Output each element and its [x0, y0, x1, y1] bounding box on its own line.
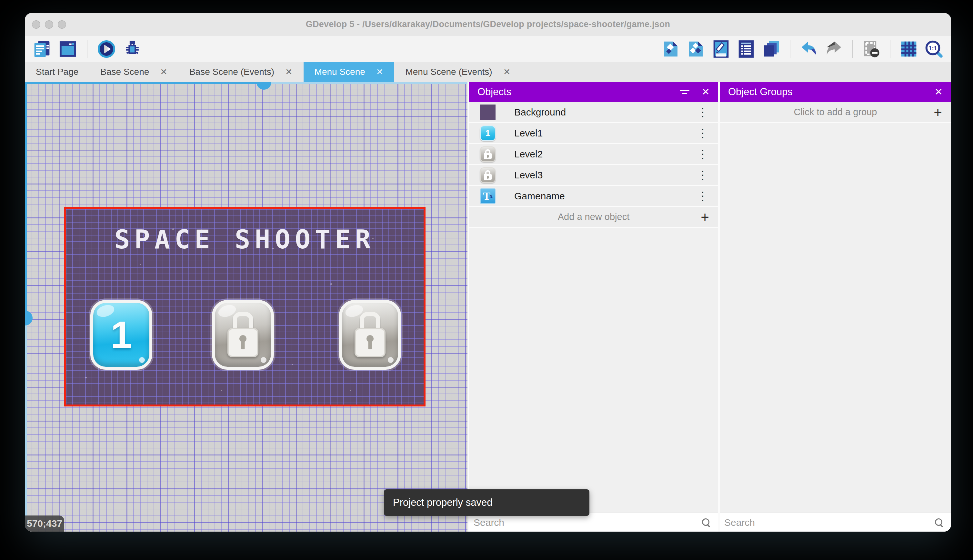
- toolbar-separator: [790, 40, 790, 58]
- horizontal-scrollbar[interactable]: [25, 82, 468, 84]
- tab-base-scene-events[interactable]: Base Scene (Events)✕: [178, 62, 303, 82]
- toggle-grid-icon[interactable]: [900, 40, 918, 58]
- tab-base-scene[interactable]: Base Scene✕: [89, 62, 178, 82]
- objects-panel-empty-area: [469, 228, 718, 513]
- close-tab-icon[interactable]: ✕: [160, 68, 167, 77]
- level3-locked-button-instance[interactable]: [339, 300, 401, 370]
- level2-object-thumbnail: [480, 147, 495, 162]
- titlebar: GDevelop 5 - /Users/dkarakay/Documents/G…: [25, 13, 951, 36]
- close-window-button[interactable]: [32, 20, 40, 29]
- vertical-scrollbar[interactable]: [25, 82, 27, 532]
- kebab-menu-icon[interactable]: ⋮: [697, 127, 708, 139]
- scene-selection-rect[interactable]: SPACE SHOOTER 1: [64, 207, 425, 407]
- zoom-window-button[interactable]: [58, 20, 66, 29]
- search-icon[interactable]: [701, 518, 711, 527]
- redo-icon[interactable]: [825, 40, 843, 58]
- game-title-text-instance[interactable]: SPACE SHOOTER: [66, 225, 423, 255]
- level1-digit: 1: [111, 313, 132, 357]
- svg-text:1:1: 1:1: [928, 45, 937, 52]
- groups-search-row: [720, 513, 951, 532]
- toolbar-separator: [87, 40, 87, 58]
- close-tab-icon[interactable]: ✕: [285, 68, 293, 77]
- instances-list-icon[interactable]: [737, 40, 756, 58]
- layers-icon[interactable]: [762, 40, 781, 58]
- objects-search-input[interactable]: [473, 517, 701, 528]
- object-groups-panel-title: Object Groups: [728, 86, 793, 98]
- level1-object-thumbnail: 1: [480, 125, 495, 141]
- filter-icon[interactable]: [679, 90, 690, 94]
- level2-locked-button-instance[interactable]: [212, 300, 274, 370]
- kebab-menu-icon[interactable]: ⋮: [697, 190, 708, 202]
- objects-panel-title: Objects: [478, 86, 511, 98]
- screen-background: GDevelop 5 - /Users/dkarakay/Documents/G…: [0, 0, 973, 560]
- toolbar: 1:1: [25, 36, 951, 62]
- groups-panel-empty-area: [720, 123, 951, 513]
- main-area: SPACE SHOOTER 1 570;437 Obje: [25, 82, 951, 532]
- properties-icon[interactable]: [712, 40, 730, 58]
- kebab-menu-icon[interactable]: ⋮: [697, 169, 708, 181]
- lock-icon: [227, 312, 259, 358]
- save-toast: Project properly saved: [384, 489, 590, 516]
- add-group-row[interactable]: Click to add a group +: [720, 102, 951, 123]
- object-groups-editor-icon[interactable]: [686, 40, 705, 58]
- gdevelop-window: GDevelop 5 - /Users/dkarakay/Documents/G…: [25, 13, 951, 532]
- debug-icon[interactable]: [123, 40, 142, 58]
- toolbar-right: 1:1: [661, 40, 943, 58]
- toolbar-left: [33, 40, 142, 58]
- zoom-icon[interactable]: 1:1: [925, 40, 943, 58]
- horizontal-scrollbar-thumb[interactable]: [257, 82, 271, 90]
- toolbar-separator: [852, 40, 853, 58]
- object-row-level2[interactable]: Level2 ⋮: [469, 144, 718, 165]
- toggle-mask-icon[interactable]: [862, 40, 881, 58]
- plus-icon[interactable]: +: [934, 105, 942, 119]
- traffic-lights: [32, 13, 66, 36]
- kebab-menu-icon[interactable]: ⋮: [697, 148, 708, 160]
- objects-panel: Objects ✕ Background ⋮ 1 Level1 ⋮: [469, 82, 718, 532]
- object-row-background[interactable]: Background ⋮: [469, 102, 718, 123]
- close-tab-icon[interactable]: ✕: [376, 68, 383, 77]
- kebab-menu-icon[interactable]: ⋮: [697, 107, 708, 118]
- add-new-object-row[interactable]: Add a new object +: [469, 207, 718, 228]
- tab-menu-scene-events[interactable]: Menu Scene (Events)✕: [394, 62, 521, 82]
- background-object-thumbnail: [480, 105, 495, 120]
- tab-start-page[interactable]: Start Page: [25, 62, 89, 82]
- preview-window-icon[interactable]: [58, 40, 77, 58]
- toast-message: Project properly saved: [393, 497, 492, 508]
- play-preview-icon[interactable]: [97, 40, 116, 58]
- window-title: GDevelop 5 - /Users/dkarakay/Documents/G…: [306, 19, 670, 29]
- groups-search-input[interactable]: [724, 517, 934, 528]
- objects-editor-icon[interactable]: [661, 40, 680, 58]
- cursor-coordinates-badge: 570;437: [25, 515, 64, 532]
- scene-editor-canvas[interactable]: SPACE SHOOTER 1 570;437: [25, 82, 468, 532]
- object-row-level3[interactable]: Level3 ⋮: [469, 165, 718, 186]
- vertical-scrollbar-thumb[interactable]: [25, 311, 33, 325]
- project-manager-icon[interactable]: [33, 40, 51, 58]
- undo-icon[interactable]: [800, 40, 818, 58]
- tab-menu-scene[interactable]: Menu Scene✕: [303, 62, 395, 82]
- object-groups-panel-header: Object Groups ✕: [720, 82, 951, 102]
- plus-icon[interactable]: +: [701, 210, 709, 224]
- minimize-window-button[interactable]: [45, 20, 53, 29]
- toolbar-separator: [890, 40, 890, 58]
- close-icon[interactable]: ✕: [702, 87, 710, 97]
- object-row-gamename[interactable]: Tx Gamename ⋮: [469, 186, 718, 207]
- level3-object-thumbnail: [480, 167, 495, 183]
- lock-icon: [354, 312, 386, 358]
- tab-bar: Start Page Base Scene✕ Base Scene (Event…: [25, 62, 951, 82]
- gamename-object-thumbnail: Tx: [480, 188, 495, 204]
- close-tab-icon[interactable]: ✕: [503, 68, 511, 77]
- close-icon[interactable]: ✕: [935, 87, 943, 97]
- level1-button-instance[interactable]: 1: [90, 300, 152, 370]
- object-row-level1[interactable]: 1 Level1 ⋮: [469, 123, 718, 144]
- objects-panel-header: Objects ✕: [469, 82, 718, 102]
- object-groups-panel: Object Groups ✕ Click to add a group +: [720, 82, 951, 532]
- search-icon[interactable]: [934, 518, 944, 527]
